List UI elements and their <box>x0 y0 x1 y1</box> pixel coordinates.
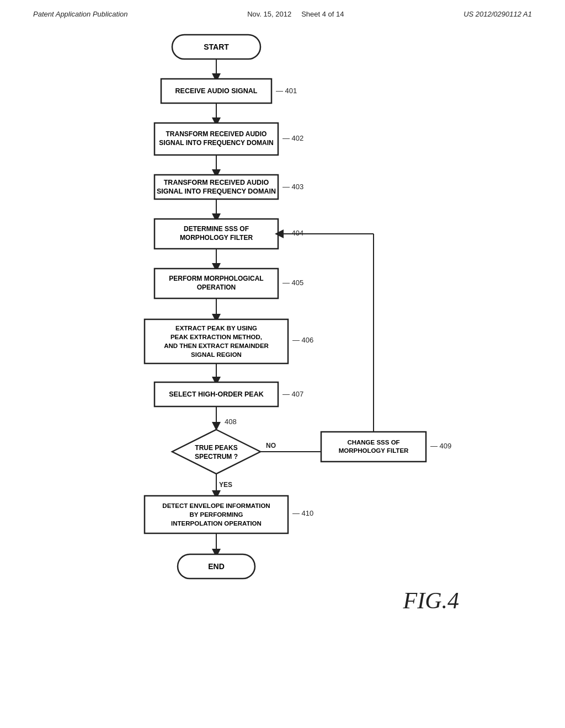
page-header: Patent Application Publication Nov. 15, … <box>0 0 565 24</box>
header-date-sheet: Nov. 15, 2012 Sheet 4 of 14 <box>247 10 344 18</box>
svg-text:— 403: — 403 <box>282 183 303 191</box>
header-publication: Patent Application Publication <box>33 10 128 18</box>
svg-text:— 402: — 402 <box>282 134 303 142</box>
node-410: DETECT ENVELOPE INFORMATIONBY PERFORMING… <box>145 496 288 533</box>
node-407: SELECT HIGH-ORDER PEAK <box>154 382 278 406</box>
header-date: Nov. 15, 2012 <box>247 10 291 18</box>
svg-text:— 406: — 406 <box>292 336 313 344</box>
svg-text:YES: YES <box>219 481 232 489</box>
node-402: TRANSFORM RECEIVED AUDIOSIGNAL INTO FREQ… <box>154 123 278 155</box>
node-404: DETERMINE SSS OFMORPHOLOGY FILTER <box>154 219 278 249</box>
header-sheet: Sheet 4 of 14 <box>301 10 344 18</box>
svg-text:— 404: — 404 <box>282 229 303 237</box>
header-patent-number: US 2012/0290112 A1 <box>463 10 532 18</box>
node-405: PERFORM MORPHOLOGICALOPERATION <box>154 269 278 298</box>
flowchart: — 401 — 402 — 403 — 404 — 405 — 406 <box>89 24 476 658</box>
node-401: RECEIVE AUDIO SIGNAL <box>161 79 271 103</box>
node-409: CHANGE SSS OFMORPHOLOGY FILTER <box>321 432 426 462</box>
svg-text:— 410: — 410 <box>292 509 313 517</box>
svg-text:NO: NO <box>266 442 276 449</box>
end-node: END <box>178 554 255 579</box>
figure-label: FIG.4 <box>403 587 459 614</box>
svg-text:408: 408 <box>225 417 237 426</box>
node-403: TRANSFORM RECEIVED AUDIO SIGNAL INTO FRE… <box>154 175 278 199</box>
start-node: START <box>172 35 260 59</box>
svg-text:— 405: — 405 <box>282 279 303 287</box>
svg-text:— 409: — 409 <box>430 442 451 450</box>
node-406: EXTRACT PEAK BY USINGPEAK EXTRACTION MET… <box>145 319 288 363</box>
node-408-label: TRUE PEAKSSPECTRUM ? <box>172 436 260 469</box>
svg-text:— 401: — 401 <box>276 87 297 95</box>
svg-text:— 407: — 407 <box>282 390 303 398</box>
